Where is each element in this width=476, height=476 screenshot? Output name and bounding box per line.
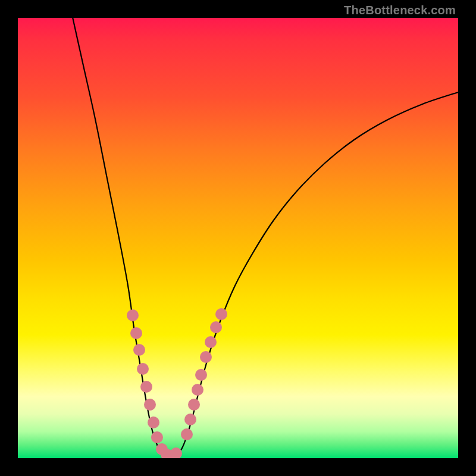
bottleneck-curve: [71, 18, 458, 457]
chart-svg: [18, 18, 458, 458]
data-point: [170, 447, 182, 458]
data-point: [192, 384, 203, 396]
data-point: [215, 308, 227, 320]
data-point: [137, 363, 149, 375]
data-points-left-branch: [127, 309, 182, 458]
data-point: [188, 399, 200, 411]
data-point: [148, 416, 159, 428]
chart-container: TheBottleneck.com: [0, 0, 476, 476]
data-point: [195, 369, 207, 381]
data-points-right-branch: [181, 308, 227, 440]
data-point: [127, 309, 139, 321]
data-point: [140, 381, 152, 393]
data-point: [200, 351, 212, 363]
data-point: [144, 399, 156, 411]
data-point: [184, 414, 196, 425]
data-point: [151, 431, 163, 443]
data-point: [210, 321, 222, 333]
data-point: [181, 428, 193, 440]
data-point: [130, 327, 142, 339]
data-point: [205, 336, 217, 348]
watermark-text: TheBottleneck.com: [344, 4, 456, 17]
data-point: [133, 344, 145, 356]
plot-area: [18, 18, 458, 458]
